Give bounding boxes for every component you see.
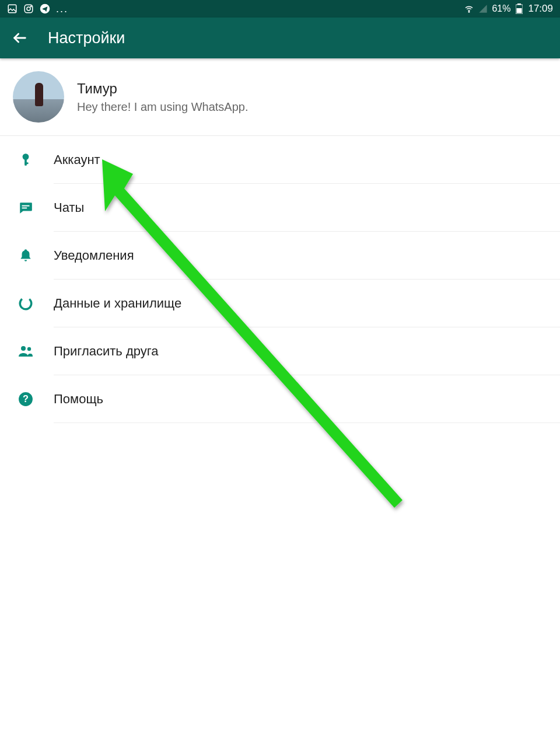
- settings-item-label: Помощь: [54, 375, 560, 423]
- wifi-icon: [464, 4, 474, 14]
- back-button[interactable]: [12, 30, 28, 46]
- profile-status: Hey there! I am using WhatsApp.: [77, 100, 248, 114]
- status-bar: ... 61% 17:09: [0, 0, 560, 18]
- settings-item-notifications[interactable]: Уведомления: [0, 232, 560, 280]
- gallery-icon: [7, 4, 18, 14]
- instagram-icon: [23, 4, 34, 14]
- settings-item-label: Чаты: [54, 184, 560, 232]
- svg-rect-0: [8, 5, 16, 13]
- data-icon: [15, 296, 36, 311]
- settings-item-help[interactable]: ? Помощь: [0, 375, 560, 423]
- app-bar: Настройки: [0, 18, 560, 58]
- profile-text: Тимур Hey there! I am using WhatsApp.: [77, 81, 248, 114]
- status-left: ...: [7, 4, 68, 14]
- svg-rect-12: [22, 205, 30, 207]
- settings-item-label: Аккаунт: [54, 136, 560, 184]
- avatar: [13, 71, 64, 123]
- settings-item-account[interactable]: Аккаунт: [0, 136, 560, 184]
- more-notifications-icon: ...: [56, 4, 68, 14]
- svg-point-2: [27, 7, 30, 11]
- battery-percent: 61%: [492, 4, 510, 14]
- svg-rect-10: [24, 159, 27, 166]
- svg-point-14: [18, 296, 33, 311]
- page-title: Настройки: [48, 29, 125, 47]
- settings-item-chats[interactable]: Чаты: [0, 184, 560, 232]
- cell-signal-icon: [478, 4, 488, 14]
- svg-rect-11: [24, 162, 29, 164]
- settings-item-label: Пригласить друга: [54, 327, 560, 375]
- help-icon: ?: [15, 392, 36, 407]
- invite-icon: [15, 344, 36, 359]
- svg-rect-8: [517, 8, 522, 13]
- clock: 17:09: [528, 3, 553, 15]
- settings-item-label: Данные и хранилище: [54, 280, 560, 327]
- svg-point-3: [30, 6, 32, 7]
- status-right: 61% 17:09: [464, 3, 553, 15]
- svg-point-16: [27, 347, 31, 351]
- settings-item-data-storage[interactable]: Данные и хранилище: [0, 280, 560, 327]
- battery-icon: [514, 4, 524, 14]
- chat-icon: [15, 200, 36, 215]
- settings-item-invite-friend[interactable]: Пригласить друга: [0, 327, 560, 375]
- profile-row[interactable]: Тимур Hey there! I am using WhatsApp.: [0, 58, 560, 136]
- key-icon: [15, 152, 36, 167]
- settings-list: Аккаунт Чаты Уведомления Данные и хранил…: [0, 136, 560, 423]
- svg-point-5: [469, 12, 470, 13]
- svg-text:?: ?: [23, 393, 29, 404]
- profile-name: Тимур: [77, 81, 248, 97]
- svg-rect-13: [22, 207, 27, 208]
- bell-icon: [15, 248, 36, 263]
- settings-item-label: Уведомления: [54, 232, 560, 280]
- svg-point-15: [21, 346, 26, 351]
- telegram-icon: [40, 4, 50, 14]
